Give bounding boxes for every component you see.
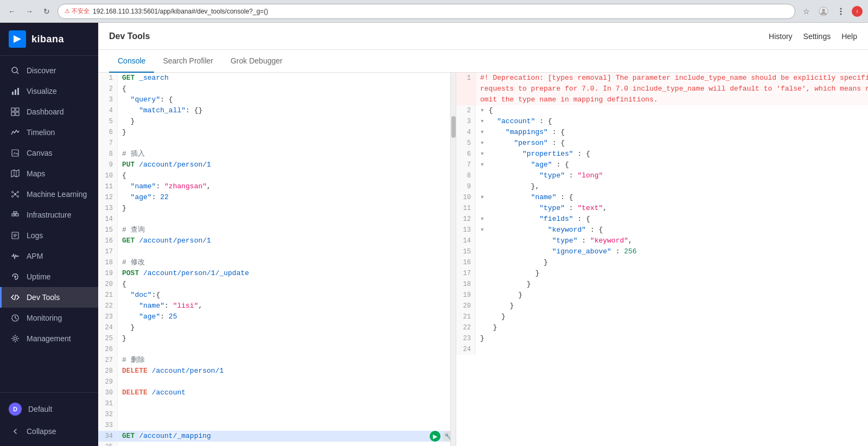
svg-line-27 (14, 195, 15, 196)
output-line-10: 10 ▾ "name" : { (456, 192, 868, 203)
output-line-21: 21 } (456, 311, 868, 322)
sidebar-item-canvas[interactable]: Canvas (0, 143, 98, 163)
output-line-15: 15 "ignore_above" : 256 (456, 246, 868, 257)
editor-line-2[interactable]: 2 { (98, 84, 456, 94)
sidebar-bottom: D Default Collapse (0, 392, 98, 446)
editor-line-21[interactable]: 21 "doc":{ (98, 290, 456, 301)
sidebar-item-ml[interactable]: Machine Learning (0, 184, 98, 205)
discover-icon (10, 66, 20, 75)
bookmark-button[interactable]: ☆ (800, 5, 813, 18)
output-line-16: 16 } (456, 257, 868, 268)
sidebar-collapse-label: Collapse (27, 427, 56, 436)
editor-line-17[interactable]: 17 (98, 246, 456, 257)
sidebar-item-management[interactable]: Management (0, 328, 98, 349)
sidebar-item-label-visualize: Visualize (27, 87, 57, 95)
sidebar-item-discover[interactable]: Discover (0, 60, 98, 81)
output-line-3: 3 ▾ "account" : { (456, 116, 868, 127)
svg-point-3 (840, 10, 842, 12)
refresh-button[interactable]: ↻ (40, 5, 53, 18)
tab-grok-debugger[interactable]: Grok Debugger (222, 50, 291, 73)
sidebar-item-label-ml: Machine Learning (27, 190, 87, 199)
editor-pane[interactable]: 1 GET _search 2 { 3 "query": { (98, 73, 456, 446)
sidebar-item-apm[interactable]: APM (0, 246, 98, 266)
editor-scrollbar[interactable] (450, 73, 456, 446)
scrollbar-thumb[interactable] (451, 116, 456, 138)
editor-line-23[interactable]: 23 "age": 25 (98, 311, 456, 322)
app-container: kibana Discover Visualize Dashboard (0, 23, 868, 446)
tab-console[interactable]: Console (109, 50, 154, 73)
editor-line-24[interactable]: 24 } (98, 322, 456, 333)
editor-line-11[interactable]: 11 "name": "zhangsan", (98, 181, 456, 192)
back-button[interactable]: ← (5, 5, 18, 18)
editor-line-5[interactable]: 5 } (98, 116, 456, 127)
editor-line-26[interactable]: 26 (98, 344, 456, 355)
editor-line-7[interactable]: 7 (98, 138, 456, 149)
sidebar-item-uptime[interactable]: Uptime (0, 266, 98, 287)
editor-line-19[interactable]: 19 POST /account/person/1/_update (98, 268, 456, 279)
help-button[interactable]: Help (841, 32, 857, 41)
editor-line-12[interactable]: 12 "age": 22 (98, 192, 456, 203)
svg-rect-31 (14, 212, 17, 213)
output-line-error-cont2: omit the type name in mapping definition… (456, 94, 868, 105)
editor-line-15[interactable]: 15 # 查询 (98, 225, 456, 235)
devtools-icon (10, 292, 20, 302)
editor-line-35[interactable]: 35 (98, 442, 456, 446)
editor-line-13[interactable]: 13 } (98, 203, 456, 214)
editor-line-22[interactable]: 22 "name": "lisi", (98, 301, 456, 311)
editor-line-33[interactable]: 33 (98, 420, 456, 431)
output-lines: 1 #! Deprecation: [types removal] The pa… (456, 73, 868, 355)
editor-line-4[interactable]: 4 "match_all": {} (98, 105, 456, 116)
run-button[interactable]: ▶ (430, 431, 441, 442)
svg-point-21 (12, 192, 14, 193)
editor-line-10[interactable]: 10 { (98, 170, 456, 181)
sidebar-item-devtools[interactable]: Dev Tools (0, 287, 98, 308)
editor-line-6[interactable]: 6 } (98, 127, 456, 138)
svg-line-28 (16, 195, 17, 196)
output-line-2: 2 ▾ { (456, 105, 868, 116)
output-scroll[interactable]: 1 #! Deprecation: [types removal] The pa… (456, 73, 868, 446)
svg-rect-15 (11, 112, 15, 116)
sidebar-item-infrastructure[interactable]: Infrastructure (0, 205, 98, 225)
editor-line-30[interactable]: 30 DELETE /account (98, 387, 456, 398)
editor-line-29[interactable]: 29 (98, 377, 456, 387)
sidebar-item-logs[interactable]: Logs (0, 225, 98, 246)
output-line-14: 14 "type" : "keyword", (456, 235, 868, 246)
editor-line-1[interactable]: 1 GET _search (98, 73, 456, 84)
editor-line-8[interactable]: 8 # 插入 (98, 149, 456, 160)
menu-button[interactable] (834, 5, 847, 18)
editor-line-14[interactable]: 14 (98, 214, 456, 225)
editor-line-27[interactable]: 27 # 删除 (98, 355, 456, 366)
error-indicator: ! (852, 6, 863, 17)
editor-line-18[interactable]: 18 # 修改 (98, 257, 456, 268)
apm-icon (10, 251, 20, 261)
svg-rect-13 (11, 108, 15, 111)
sidebar-item-timelion[interactable]: Timelion (0, 122, 98, 143)
svg-rect-12 (17, 88, 19, 95)
history-button[interactable]: History (769, 32, 793, 41)
editor-line-16[interactable]: 16 GET /account/person/1 (98, 235, 456, 246)
editor-line-31[interactable]: 31 (98, 398, 456, 409)
tab-search-profiler[interactable]: Search Profiler (154, 50, 222, 73)
editor-line-20[interactable]: 20 { (98, 279, 456, 290)
settings-button[interactable]: Settings (803, 32, 831, 41)
profile-button[interactable] (817, 5, 830, 18)
output-line-12: 12 ▾ "fields" : { (456, 214, 868, 225)
editor-lines: 1 GET _search 2 { 3 "query": { (98, 73, 456, 446)
editor-scroll[interactable]: 1 GET _search 2 { 3 "query": { (98, 73, 456, 446)
sidebar-item-collapse[interactable]: Collapse (0, 421, 98, 442)
sidebar-item-maps[interactable]: Maps (0, 163, 98, 184)
sidebar-item-monitoring[interactable]: Monitoring (0, 308, 98, 328)
sidebar-user[interactable]: D Default (0, 397, 98, 421)
sidebar-logo[interactable]: kibana (0, 23, 98, 56)
editor-line-25[interactable]: 25 } (98, 333, 456, 344)
sidebar-item-label-timelion: Timelion (27, 128, 55, 137)
forward-button[interactable]: → (23, 5, 36, 18)
devtools-content: 1 GET _search 2 { 3 "query": { (98, 73, 868, 446)
editor-line-9[interactable]: 9 PUT /account/person/1 (98, 160, 456, 170)
editor-line-28[interactable]: 28 DELETE /account/person/1 (98, 366, 456, 377)
sidebar-item-dashboard[interactable]: Dashboard (0, 101, 98, 122)
editor-line-34[interactable]: 34 GET /account/_mapping ▶ 🔧 (98, 431, 456, 442)
sidebar-item-visualize[interactable]: Visualize (0, 81, 98, 101)
editor-line-3[interactable]: 3 "query": { (98, 94, 456, 105)
editor-line-32[interactable]: 32 (98, 409, 456, 420)
